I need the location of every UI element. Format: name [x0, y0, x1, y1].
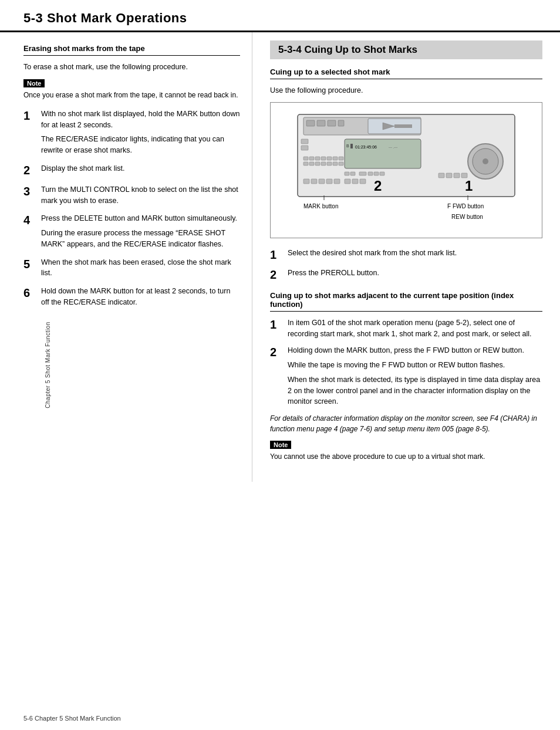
svg-rect-32	[359, 172, 366, 175]
svg-rect-40	[446, 173, 452, 178]
svg-rect-11	[345, 139, 421, 168]
right-subsection1-heading: Cuing up to a selected shot mark	[270, 67, 542, 79]
svg-rect-19	[321, 157, 326, 160]
svg-rect-44	[311, 179, 317, 184]
page-footer: 5-6 Chapter 5 Shot Mark Function	[23, 715, 121, 722]
left-step-2: 2 Display the shot mark list.	[23, 163, 240, 177]
left-step-6: 6 Hold down the MARK button for at least…	[23, 286, 240, 308]
right-subsection2-heading: Cuing up to shot marks adjacent to the c…	[270, 291, 542, 312]
svg-text:--- .---: --- .---	[389, 146, 397, 149]
svg-rect-24	[309, 162, 314, 165]
left-column: Erasing shot marks from the tape To eras…	[0, 32, 252, 482]
svg-rect-43	[303, 179, 309, 184]
svg-rect-18	[315, 157, 320, 160]
right-step-3-number: 1	[270, 317, 284, 332]
svg-rect-49	[352, 179, 358, 184]
left-step-2-main: Display the shot mark list.	[41, 163, 240, 174]
svg-rect-20	[327, 157, 332, 160]
right-column: 5-3-4 Cuing Up to Shot Marks Cuing up to…	[252, 32, 560, 482]
left-step-6-content: Hold down the MARK button for at least 2…	[41, 286, 240, 308]
svg-rect-23	[303, 162, 308, 165]
svg-rect-48	[345, 179, 350, 184]
device-svg: B 01:23:45:06 --- .---	[292, 109, 521, 232]
svg-rect-31	[350, 172, 355, 175]
right-note-label: Note	[270, 441, 291, 449]
left-note-label: Note	[23, 79, 45, 87]
right-note-box: Note You cannot use the above procedure …	[270, 440, 542, 462]
mark-button-label: MARK button	[303, 203, 338, 209]
right-step-4-number: 2	[270, 345, 284, 359]
left-step-1-number: 1	[23, 109, 38, 123]
svg-rect-50	[360, 179, 366, 184]
svg-rect-17	[309, 157, 314, 160]
left-step-4: 4 Press the DELETE button and MARK butto…	[23, 213, 240, 249]
left-intro: To erase a shot mark, use the following …	[23, 62, 240, 73]
svg-rect-42	[461, 173, 467, 178]
svg-rect-16	[303, 157, 308, 160]
svg-point-38	[483, 158, 488, 164]
right-step-3-content: In item G01 of the shot mark operation m…	[288, 317, 542, 340]
svg-rect-9	[301, 139, 308, 144]
svg-rect-41	[454, 173, 460, 178]
svg-text:01:23:45:06: 01:23:45:06	[355, 145, 377, 149]
device-num2: 2	[374, 178, 382, 194]
rew-button-label: REW button	[451, 214, 483, 220]
right-step-2-main: Press the PREROLL button.	[288, 268, 542, 279]
device-num1: 1	[465, 178, 473, 194]
svg-rect-3	[317, 120, 325, 126]
left-step-3-number: 3	[23, 184, 38, 198]
svg-rect-26	[321, 162, 326, 165]
left-step-4-main: Press the DELETE button and MARK button …	[41, 213, 240, 224]
svg-rect-22	[339, 157, 343, 160]
left-step-3: 3 Turn the MULTI CONTROL knob to select …	[23, 184, 240, 207]
right-subsection1-intro: Use the following procedure.	[270, 85, 542, 96]
footer-text: 5-6 Chapter 5 Shot Mark Function	[23, 715, 121, 722]
svg-rect-35	[380, 172, 384, 175]
left-step-1-main: With no shot mark list displayed, hold t…	[41, 109, 240, 131]
left-step-1: 1 With no shot mark list displayed, hold…	[23, 109, 240, 156]
page-header: 5-3 Shot Mark Operations	[0, 0, 560, 31]
right-step-1-content: Select the desired shot mark from the sh…	[288, 248, 542, 259]
left-step-4-sub: During the erasure process the message “…	[41, 228, 240, 250]
svg-rect-8	[394, 124, 412, 128]
left-step-5-content: When the shot mark has been erased, clos…	[41, 257, 240, 279]
right-note-text: You cannot use the above procedure to cu…	[270, 451, 542, 462]
right-step-4: 2 Holding down the MARK button, press th…	[270, 345, 542, 407]
right-step-4-sub2: When the shot mark is detected, its type…	[288, 374, 542, 407]
left-note-text: Once you erase a shot mark from the tape…	[23, 90, 240, 100]
right-italic-note: For details of character information dis…	[270, 413, 542, 434]
right-step-3: 1 In item G01 of the shot mark operation…	[270, 317, 542, 340]
svg-rect-10	[301, 146, 308, 150]
right-step-2-number: 2	[270, 268, 284, 282]
left-step-1-content: With no shot mark list displayed, hold t…	[41, 109, 240, 156]
right-section-top: 5-3-4 Cuing Up to Shot Marks	[270, 32, 542, 59]
svg-text:B: B	[346, 144, 349, 148]
right-step-2: 2 Press the PREROLL button.	[270, 268, 542, 282]
svg-rect-46	[326, 179, 332, 184]
right-step-1-number: 1	[270, 248, 284, 262]
svg-rect-28	[333, 162, 338, 165]
svg-rect-4	[328, 120, 336, 126]
right-step-4-main: Holding down the MARK button, press the …	[288, 345, 542, 356]
svg-rect-34	[374, 172, 379, 175]
left-step-4-number: 4	[23, 213, 38, 227]
svg-rect-45	[319, 179, 325, 184]
left-step-4-content: Press the DELETE button and MARK button …	[41, 213, 240, 249]
device-image: B 01:23:45:06 --- .---	[270, 102, 542, 238]
left-step-3-main: Turn the MULTI CONTROL knob to select on…	[41, 184, 240, 207]
fwd-button-label: F FWD button	[447, 203, 484, 209]
left-step-2-number: 2	[23, 163, 38, 177]
svg-rect-21	[333, 157, 338, 160]
svg-rect-39	[438, 173, 444, 178]
left-step-5: 5 When the shot mark has been erased, cl…	[23, 257, 240, 279]
left-step-2-content: Display the shot mark list.	[41, 163, 240, 174]
svg-rect-13	[350, 144, 353, 148]
svg-rect-5	[338, 120, 344, 126]
svg-rect-25	[315, 162, 320, 165]
left-step-6-number: 6	[23, 286, 38, 300]
right-step-2-content: Press the PREROLL button.	[288, 268, 542, 279]
left-step-1-sub: The REC/ERASE indicator lights, indicati…	[41, 134, 240, 156]
left-step-5-main: When the shot mark has been erased, clos…	[41, 257, 240, 279]
sidebar-text: Chapter 5 Shot Mark Function	[45, 322, 51, 408]
left-note-box: Note Once you erase a shot mark from the…	[23, 79, 240, 100]
